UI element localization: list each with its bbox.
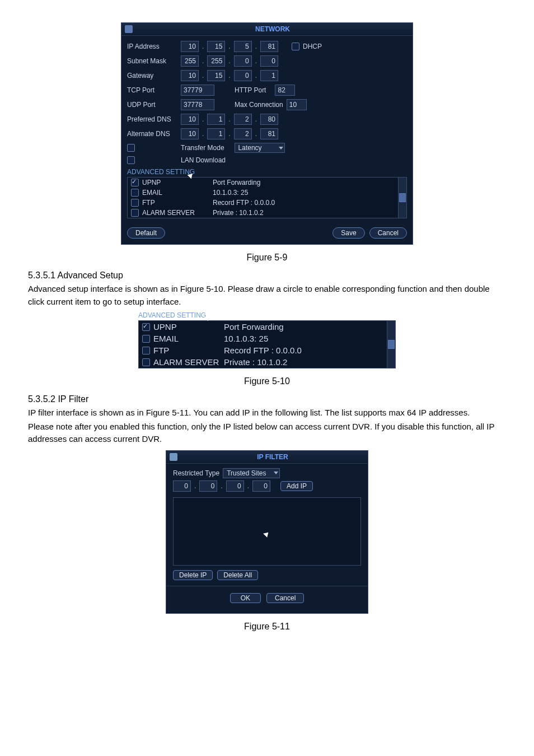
ip-address-octet-0[interactable]: 10 [181, 41, 199, 52]
scrollbar[interactable] [398, 178, 406, 218]
list-item[interactable]: FTPRecord FTP : 0.0.0.0 [128, 198, 398, 208]
subnet-mask-octet-0[interactable]: 255 [181, 55, 199, 67]
restricted-type-value: Trusted Sites [227, 469, 266, 478]
advanced-setting-small-label: ADVANCED SETTING [138, 311, 206, 319]
title-bar: NETWORK [121, 23, 413, 36]
list-item-name: EMAIL [153, 334, 221, 343]
http-port-input[interactable]: 82 [275, 85, 295, 96]
list-item-value: Private : 10.1.0.2 [213, 209, 264, 217]
save-button[interactable]: Save [332, 227, 364, 239]
scroll-thumb[interactable] [399, 193, 406, 202]
ipfilter-octet-3[interactable]: 0 [252, 480, 270, 492]
preferred-dns-octet-2[interactable]: 2 [234, 114, 252, 125]
max-conn-input[interactable]: 10 [287, 99, 307, 110]
alternate-dns-octet-3[interactable]: 81 [260, 128, 278, 139]
list-item-name: ALARM SERVER [153, 357, 221, 367]
lan-download-label: LAN Download [181, 156, 226, 164]
ipfilter-octet-0[interactable]: 0 [173, 480, 191, 492]
subnet-mask-octet-2[interactable]: 0 [234, 55, 252, 67]
list-item[interactable]: FTPRecord FTP : 0.0.0.0 [139, 344, 387, 356]
list-item-checkbox[interactable] [142, 323, 150, 331]
list-item-value: Record FTP : 0.0.0.0 [213, 199, 275, 207]
list-item-checkbox[interactable] [142, 335, 150, 343]
tcp-port-label: TCP Port [127, 86, 177, 94]
ip-address-octet-1[interactable]: 15 [207, 41, 225, 52]
tcp-port-input[interactable]: 37779 [181, 85, 214, 96]
alternate-dns-octet-0[interactable]: 10 [181, 128, 199, 139]
list-item-checkbox[interactable] [131, 179, 139, 186]
list-item-checkbox[interactable] [131, 189, 139, 197]
ip-address-octet-2[interactable]: 5 [234, 41, 252, 52]
ipfilter-octet-1[interactable]: 0 [199, 480, 217, 492]
heading-5-3-5-1: 5.3.5.1 Advanced Setup [28, 270, 506, 281]
subnet-mask-label: Subnet Mask [127, 57, 177, 65]
list-item[interactable]: ALARM SERVERPrivate : 10.1.0.2 [128, 208, 398, 218]
udp-port-input[interactable]: 37778 [181, 99, 214, 110]
list-item-value: Record FTP : 0.0.0.0 [224, 346, 302, 355]
scrollbar[interactable] [387, 321, 395, 368]
advanced-setting-small-frame: UPNPPort ForwardingEMAIL10.1.0.3: 25FTPR… [138, 320, 396, 368]
figure-5-11-caption: Figure 5-11 [28, 622, 506, 632]
paragraph-ip-filter-2: Please note after you enabled this funct… [28, 421, 506, 446]
dialog-title: NETWORK [136, 25, 409, 33]
list-item-checkbox[interactable] [131, 199, 139, 207]
default-button[interactable]: Default [127, 227, 165, 239]
transfer-mode-label: Transfer Mode [181, 144, 224, 152]
list-item-value: 10.1.0.3: 25 [224, 334, 268, 343]
gateway-octet-0[interactable]: 10 [181, 70, 199, 81]
alternate-dns-octet-2[interactable]: 2 [234, 128, 252, 139]
list-item-checkbox[interactable] [142, 347, 150, 354]
list-item-name: UPNP [153, 322, 221, 332]
subnet-mask-octet-3[interactable]: 0 [260, 55, 278, 67]
restricted-type-label: Restricted Type [173, 469, 219, 477]
gateway-label: Gateway [127, 72, 177, 80]
transfer-mode-checkbox[interactable] [127, 144, 135, 152]
udp-port-label: UDP Port [127, 101, 177, 109]
paragraph-advanced-setup: Advanced setup interface is shown as in … [28, 283, 506, 308]
list-item-value: Private : 10.1.0.2 [224, 357, 287, 367]
ip-address-octet-3[interactable]: 81 [260, 41, 278, 52]
advanced-setting-frame: UPNPPort ForwardingEMAIL10.1.0.3: 25FTPR… [127, 177, 407, 218]
chevron-down-icon [274, 472, 278, 474]
preferred-dns-octet-3[interactable]: 80 [260, 114, 278, 125]
alternate-dns-octet-1[interactable]: 1 [207, 128, 225, 139]
gateway-octet-2[interactable]: 0 [234, 70, 252, 81]
subnet-mask-octet-1[interactable]: 255 [207, 55, 225, 67]
list-item[interactable]: UPNPPort Forwarding [128, 178, 398, 188]
cursor-icon [189, 172, 194, 180]
list-item-checkbox[interactable] [142, 358, 150, 366]
ip-list[interactable] [173, 497, 361, 566]
gateway-octet-1[interactable]: 15 [207, 70, 225, 81]
transfer-mode-select[interactable]: Latency [235, 143, 285, 153]
ipfilter-octet-2[interactable]: 0 [226, 480, 244, 492]
lan-download-checkbox[interactable] [127, 156, 135, 164]
preferred-dns-octet-1[interactable]: 1 [207, 114, 225, 125]
max-conn-label: Max Connection [235, 101, 283, 109]
ipfilter-title: IP FILTER [181, 453, 364, 461]
list-item-checkbox[interactable] [131, 209, 139, 217]
list-item-name: FTP [153, 346, 221, 355]
dhcp-label: DHCP [303, 43, 322, 50]
heading-5-3-5-2: 5.3.5.2 IP Filter [28, 394, 506, 404]
cancel-button[interactable]: Cancel [266, 593, 304, 603]
list-item-name: EMAIL [142, 189, 209, 197]
list-item[interactable]: UPNPPort Forwarding [139, 321, 387, 333]
list-item[interactable]: EMAIL10.1.0.3: 25 [139, 333, 387, 344]
title-bar: IP FILTER [166, 451, 368, 464]
list-item-value: Port Forwarding [224, 322, 284, 332]
add-ip-button[interactable]: Add IP [280, 481, 313, 491]
delete-ip-button[interactable]: Delete IP [173, 570, 213, 580]
figure-5-9-caption: Figure 5-9 [28, 253, 506, 263]
scroll-thumb[interactable] [388, 340, 395, 349]
list-item-value: Port Forwarding [213, 179, 260, 186]
preferred-dns-octet-0[interactable]: 10 [181, 114, 199, 125]
ok-button[interactable]: OK [230, 593, 261, 603]
list-item[interactable]: ALARM SERVERPrivate : 10.1.0.2 [139, 356, 387, 368]
dhcp-checkbox[interactable] [292, 43, 299, 50]
list-item[interactable]: EMAIL10.1.0.3: 25 [128, 188, 398, 198]
cancel-button[interactable]: Cancel [369, 227, 407, 239]
network-dialog: NETWORK IP Address 10. 15. 5. 81 DHCP Su… [121, 22, 413, 245]
restricted-type-select[interactable]: Trusted Sites [223, 468, 280, 478]
gateway-octet-3[interactable]: 1 [260, 70, 278, 81]
delete-all-button[interactable]: Delete All [217, 570, 258, 580]
